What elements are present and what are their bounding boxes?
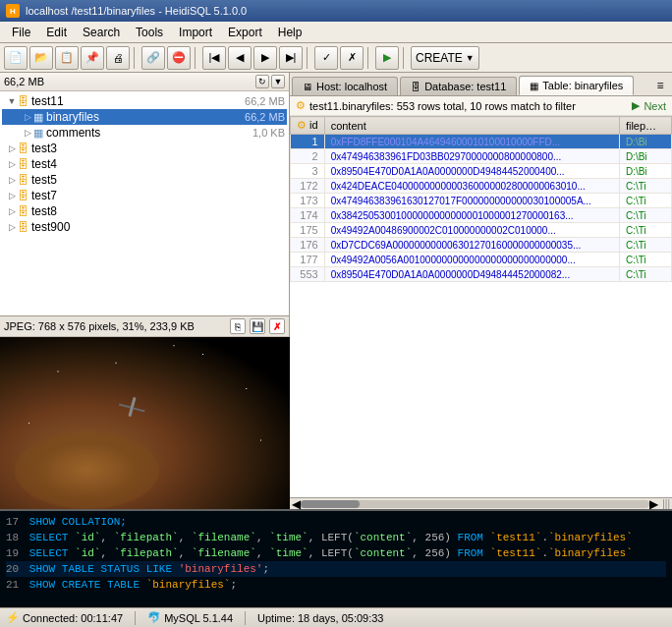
expand-arrow-test3[interactable]: ▷ bbox=[6, 143, 18, 153]
expand-arrow-comments[interactable]: ▷ bbox=[22, 128, 33, 138]
menu-tools[interactable]: Tools bbox=[128, 24, 171, 41]
next-row-btn[interactable]: ▶ bbox=[253, 46, 277, 70]
table-row[interactable]: 172 0x424DEACE04000000000003600000028000… bbox=[291, 179, 672, 194]
cell-content: 0x49492A00486900002C010000000002C010000.… bbox=[324, 223, 619, 238]
table-row[interactable]: 553 0x89504E470D0A1A0A0000000D4948444520… bbox=[291, 267, 672, 282]
next-arrow-icon: ▶ bbox=[632, 99, 640, 112]
sql-tbl-21: `binaryfiles` bbox=[146, 579, 231, 591]
run-btn[interactable]: ▶ bbox=[375, 46, 399, 70]
expand-arrow-test11[interactable]: ▼ bbox=[6, 96, 18, 106]
h-scrollbar[interactable]: ◀ ▶ ||| bbox=[290, 497, 672, 509]
tree-node-binaryfiles[interactable]: ▷ ▦ binaryfiles 66,2 MB bbox=[2, 109, 287, 125]
check-btn[interactable]: ✓ bbox=[314, 46, 338, 70]
copy-btn[interactable]: 📋 bbox=[55, 46, 79, 70]
copy-image-btn[interactable]: ⎘ bbox=[230, 318, 246, 334]
tab-table[interactable]: ▦ Table: binaryfiles bbox=[519, 76, 634, 95]
tree-node-test11[interactable]: ▼ 🗄 test11 66,2 MB bbox=[2, 93, 287, 109]
status-sep2 bbox=[245, 611, 246, 625]
table-row[interactable]: 2 0x474946383961FD03BB029700000008000008… bbox=[291, 149, 672, 164]
first-btn[interactable]: |◀ bbox=[202, 46, 226, 70]
expand-arrow-test8[interactable]: ▷ bbox=[6, 206, 18, 216]
save-image-btn[interactable]: 💾 bbox=[250, 318, 265, 334]
last-btn[interactable]: ▶| bbox=[279, 46, 303, 70]
database-icon-test4: 🗄 bbox=[18, 158, 28, 170]
cell-content: 0x89504E470D0A1A0A0000000D49484452000400… bbox=[324, 164, 619, 179]
disconnect-btn[interactable]: ⛔ bbox=[167, 46, 191, 70]
table-row[interactable]: 1 0xFFD8FFE000104A46494600010100010000FF… bbox=[291, 135, 672, 149]
database-icon-test11: 🗄 bbox=[18, 95, 28, 107]
cell-content: 0x474946383961FD03BB02970000000800000800… bbox=[324, 149, 619, 164]
menu-export[interactable]: Export bbox=[220, 24, 270, 41]
cell-content: 0x49492A0056A001000000000000000000000000… bbox=[324, 253, 619, 267]
sql-panel[interactable]: 17 SHOW COLLATION; 18 SELECT `id`, `file… bbox=[0, 509, 672, 607]
h-scroll-thumb[interactable] bbox=[301, 500, 360, 508]
tree-node-test3[interactable]: ▷ 🗄 test3 bbox=[2, 141, 287, 156]
sql-num-19: 19 bbox=[6, 547, 19, 559]
close-image-btn[interactable]: ✗ bbox=[269, 318, 285, 334]
expand-arrow-binaryfiles[interactable]: ▷ bbox=[22, 112, 33, 122]
cell-id: 3 bbox=[291, 164, 325, 179]
scroll-left-btn[interactable]: ◀ bbox=[292, 497, 301, 511]
sep2 bbox=[195, 47, 198, 69]
h-scroll-track[interactable] bbox=[301, 500, 649, 508]
expand-arrow-test900[interactable]: ▷ bbox=[6, 222, 18, 232]
menu-file[interactable]: File bbox=[4, 24, 38, 41]
cell-id: 177 bbox=[291, 253, 325, 267]
table-row[interactable]: 174 0x3842505300100000000000000100000127… bbox=[291, 208, 672, 223]
tree-node-test7[interactable]: ▷ 🗄 test7 bbox=[2, 188, 287, 203]
table-tab-icon: ▦ bbox=[530, 81, 538, 91]
cancel-btn[interactable]: ✗ bbox=[340, 46, 364, 70]
cell-filepath: D:\Bi bbox=[619, 135, 671, 149]
tab-database[interactable]: 🗄 Database: test11 bbox=[400, 77, 517, 95]
menu-edit[interactable]: Edit bbox=[38, 24, 75, 41]
scroll-right-btn[interactable]: ▶ bbox=[649, 497, 658, 511]
tree-collapse[interactable]: ▼ bbox=[271, 75, 285, 88]
dropdown-arrow: ▼ bbox=[466, 53, 475, 63]
print-btn[interactable]: 🖨 bbox=[106, 46, 130, 70]
menu-import[interactable]: Import bbox=[171, 24, 220, 41]
sql-line-17: 17 SHOW COLLATION; bbox=[6, 514, 666, 530]
table-row[interactable]: 177 0x49492A0056A00100000000000000000000… bbox=[291, 253, 672, 267]
table-row[interactable]: 3 0x89504E470D0A1A0A0000000D494844520004… bbox=[291, 164, 672, 179]
sql-kw-20a: SHOW TABLE STATUS LIKE bbox=[29, 563, 179, 575]
image-preview-panel: JPEG: 768 x 576 pixels, 31%, 233,9 KB ⎘ … bbox=[0, 315, 289, 509]
tree-node-test5[interactable]: ▷ 🗄 test5 bbox=[2, 172, 287, 188]
open-btn[interactable]: 📂 bbox=[29, 46, 53, 70]
window-title: localhost /test11/binaryfiles - HeidiSQL… bbox=[26, 5, 247, 17]
expand-arrow-test5[interactable]: ▷ bbox=[6, 175, 18, 185]
table-row[interactable]: 176 0xD7CDC69A00000000000630127016000000… bbox=[291, 238, 672, 253]
menu-help[interactable]: Help bbox=[270, 24, 310, 41]
col-header-id[interactable]: ⚙ id bbox=[291, 117, 325, 135]
tree-node-test4[interactable]: ▷ 🗄 test4 bbox=[2, 156, 287, 172]
connect-btn[interactable]: 🔗 bbox=[141, 46, 165, 70]
expand-arrow-test4[interactable]: ▷ bbox=[6, 159, 18, 169]
table-row[interactable]: 175 0x49492A00486900002C010000000002C010… bbox=[291, 223, 672, 238]
sql-line-20: 20 SHOW TABLE STATUS LIKE 'binaryfiles'; bbox=[6, 561, 666, 577]
col-header-filepath[interactable]: filep… bbox=[619, 117, 671, 135]
menu-search[interactable]: Search bbox=[75, 24, 128, 41]
sql-tbl-18: `test11` bbox=[490, 532, 542, 543]
tab-host[interactable]: 🖥 Host: localhost bbox=[292, 77, 398, 95]
prev-btn[interactable]: ◀ bbox=[228, 46, 252, 70]
table-row[interactable]: 173 0x474946383961630127017F000000000000… bbox=[291, 194, 672, 208]
tree-node-test900[interactable]: ▷ 🗄 test900 bbox=[2, 219, 287, 235]
paste-btn[interactable]: 📌 bbox=[81, 46, 104, 70]
new-btn[interactable]: 📄 bbox=[4, 46, 28, 70]
data-grid[interactable]: ⚙ id content filep… 1 0xFFD8F bbox=[290, 116, 672, 497]
tree-node-test8[interactable]: ▷ 🗄 test8 bbox=[2, 203, 287, 219]
tree-refresh[interactable]: ↻ bbox=[255, 75, 269, 88]
new-tab-btn[interactable]: ≡ bbox=[650, 76, 670, 95]
create-dropdown[interactable]: CREATE ▼ bbox=[411, 46, 479, 70]
tab-bar: 🖥 Host: localhost 🗄 Database: test11 ▦ T… bbox=[290, 73, 672, 96]
cell-id: 172 bbox=[291, 179, 325, 194]
expand-arrow-test7[interactable]: ▷ bbox=[6, 191, 18, 200]
col-header-content[interactable]: content bbox=[324, 117, 619, 135]
status-connection: ⚡ Connected: 00:11:47 bbox=[6, 611, 123, 624]
tree-header: 66,2 MB ↻ ▼ bbox=[0, 73, 289, 91]
tree-node-comments[interactable]: ▷ ▦ comments 1,0 KB bbox=[2, 125, 287, 141]
next-label[interactable]: Next bbox=[644, 100, 666, 112]
image-info-text: JPEG: 768 x 576 pixels, 31%, 233,9 KB bbox=[4, 320, 226, 332]
node-label-test7: test7 bbox=[31, 189, 285, 202]
scroll-indicator: ||| bbox=[662, 498, 670, 509]
sql-tbl-19: `test11` bbox=[490, 547, 542, 559]
